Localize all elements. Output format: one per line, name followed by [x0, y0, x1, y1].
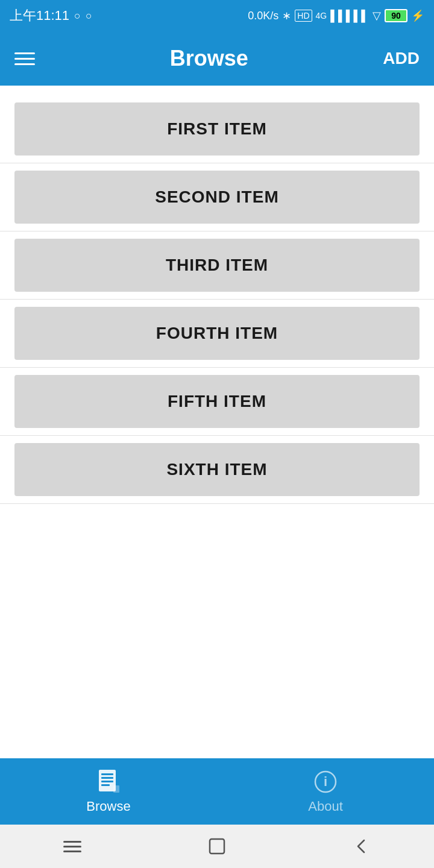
list-item-wrapper-6: SIXTH ITEM	[0, 436, 434, 504]
list-item-wrapper-2: SECOND ITEM	[0, 163, 434, 231]
browse-icon	[95, 769, 122, 795]
list-item-2[interactable]: SECOND ITEM	[14, 171, 420, 224]
signal-icon: ▌▌▌▌▌	[330, 10, 369, 22]
list-item-4[interactable]: FOURTH ITEM	[14, 307, 420, 360]
hd-icon: HD	[295, 10, 312, 22]
status-time: 上午11:11	[10, 7, 69, 25]
svg-rect-8	[210, 839, 224, 854]
back-chevron-icon	[353, 838, 370, 855]
hamburger-line-1	[63, 841, 81, 843]
list-item-3[interactable]: THIRD ITEM	[14, 239, 420, 292]
sys-home-button[interactable]	[199, 828, 235, 864]
tab-about-label: About	[308, 799, 343, 814]
menu-button[interactable]	[14, 52, 35, 65]
svg-rect-1	[101, 773, 113, 775]
list-item-wrapper-1: FIRST ITEM	[0, 95, 434, 163]
hamburger-sys-icon	[63, 841, 81, 852]
sys-menu-button[interactable]	[54, 828, 90, 864]
about-icon: i	[312, 769, 339, 795]
content-area: FIRST ITEM SECOND ITEM THIRD ITEM FOURTH…	[0, 86, 434, 758]
status-icons: 0.0K/s ∗ HD 4G ▌▌▌▌▌ ▽ 90 ⚡	[248, 9, 424, 22]
list-item-wrapper-4: FOURTH ITEM	[0, 300, 434, 368]
circle-icon-2: ○	[86, 10, 92, 22]
menu-line-2	[14, 58, 35, 60]
tab-browse[interactable]: Browse	[0, 763, 217, 820]
circle-icon-1: ○	[74, 10, 81, 22]
battery-indicator: 90	[385, 9, 407, 22]
network-speed: 0.0K/s	[248, 10, 278, 22]
4g-icon: 4G	[316, 11, 327, 20]
status-left: 上午11:11 ○ ○	[10, 7, 92, 25]
home-square-icon	[207, 837, 227, 856]
hamburger-line-3	[63, 851, 81, 852]
svg-rect-5	[113, 785, 119, 793]
menu-line-3	[14, 63, 35, 65]
charging-icon: ⚡	[411, 9, 424, 22]
system-nav-bar	[0, 825, 434, 868]
list-item-1[interactable]: FIRST ITEM	[14, 102, 420, 156]
app-bar: Browse ADD	[0, 31, 434, 86]
svg-text:i: i	[324, 774, 327, 789]
list-item-wrapper-5: FIFTH ITEM	[0, 368, 434, 436]
add-button[interactable]: ADD	[383, 49, 420, 68]
list-item-wrapper-3: THIRD ITEM	[0, 231, 434, 300]
svg-rect-3	[101, 781, 113, 782]
tab-browse-label: Browse	[86, 799, 130, 814]
app-title: Browse	[170, 46, 248, 71]
wifi-icon: ▽	[373, 9, 381, 22]
bottom-nav: Browse i About	[0, 758, 434, 825]
tab-about[interactable]: i About	[217, 763, 434, 820]
menu-line-1	[14, 52, 35, 54]
svg-rect-2	[101, 777, 113, 779]
list-item-6[interactable]: SIXTH ITEM	[14, 443, 420, 496]
svg-rect-4	[101, 784, 110, 786]
bluetooth-icon: ∗	[282, 9, 291, 22]
list-item-5[interactable]: FIFTH ITEM	[14, 375, 420, 428]
status-bar: 上午11:11 ○ ○ 0.0K/s ∗ HD 4G ▌▌▌▌▌ ▽ 90 ⚡	[0, 0, 434, 31]
hamburger-line-2	[63, 846, 81, 848]
sys-back-button[interactable]	[344, 828, 380, 864]
